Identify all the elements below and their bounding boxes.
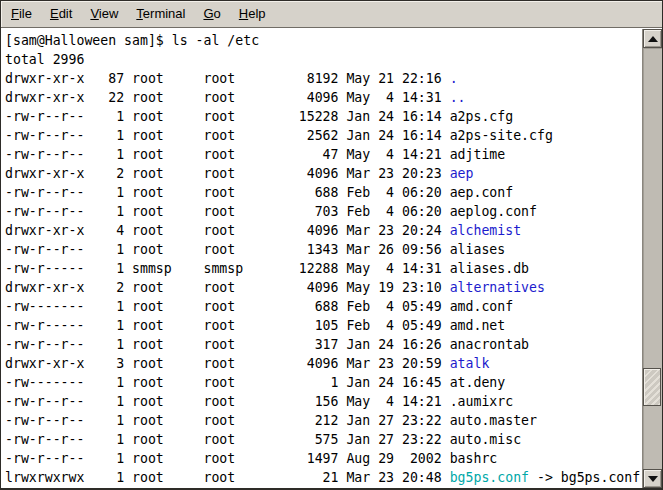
file-row: -rw-r--r-- 1 root root 317 Jan 24 16:26 … <box>5 335 642 354</box>
file-row: -rw-r--r-- 1 root root 688 Feb 4 06:20 a… <box>5 183 642 202</box>
file-meta: drwxr-xr-x 87 root root 8192 May 21 22:1… <box>5 71 450 86</box>
file-row: drwxr-xr-x 3 root root 4096 Mar 23 20:59… <box>5 354 642 373</box>
menu-terminal[interactable]: Terminal <box>127 3 194 25</box>
menu-go[interactable]: Go <box>194 3 229 25</box>
menu-go-label: Go <box>203 6 220 21</box>
file-row: lrwxrwxrwx 1 root root 21 Mar 23 20:48 b… <box>5 468 642 487</box>
file-row: drwxr-xr-x 87 root root 8192 May 21 22:1… <box>5 69 642 88</box>
file-row: drwxr-xr-x 2 root root 4096 May 19 23:10… <box>5 278 642 297</box>
file-row: -rw-r--r-- 1 root root 47 May 4 14:21 ad… <box>5 145 642 164</box>
file-name: aliases.db <box>450 261 529 276</box>
file-name: .. <box>450 90 466 105</box>
menu-view-label: View <box>90 6 118 21</box>
file-meta: -rw-r--r-- 1 root root 703 Feb 4 06:20 <box>5 204 450 219</box>
file-meta: -rw-r--r-- 1 root root 47 May 4 14:21 <box>5 147 450 162</box>
file-meta: lrwxrwxrwx 1 root root 21 Mar 23 20:48 <box>5 470 450 485</box>
file-row: drwxr-xr-x 2 root root 4096 Mar 23 20:23… <box>5 164 642 183</box>
file-row: -rw-r--r-- 1 root root 703 Feb 4 06:20 a… <box>5 202 642 221</box>
scrollbar-trough[interactable] <box>643 48 662 469</box>
file-meta: -rw-r--r-- 1 root root 15228 Jan 24 16:1… <box>5 109 450 124</box>
file-row: -rw------- 1 root root 688 Feb 4 05:49 a… <box>5 297 642 316</box>
file-name: adjtime <box>450 147 506 162</box>
terminal-window: File Edit View Terminal Go Help [sam@Hal… <box>0 0 663 490</box>
scroll-up-icon <box>648 36 658 42</box>
file-meta: -rw-r--r-- 1 root root 317 Jan 24 16:26 <box>5 337 450 352</box>
file-name: auto.master <box>450 413 537 428</box>
file-meta: -rw-r--r-- 1 root root 212 Jan 27 23:22 <box>5 413 450 428</box>
file-meta: drwxr-xr-x 2 root root 4096 May 19 23:10 <box>5 280 450 295</box>
menu-help[interactable]: Help <box>230 3 275 25</box>
menu-edit[interactable]: Edit <box>41 3 81 25</box>
file-meta: drwxr-xr-x 3 root root 4096 Mar 23 20:59 <box>5 356 450 371</box>
file-row: -rw-r----- 1 smmsp smmsp 12288 May 4 14:… <box>5 259 642 278</box>
file-name: amd.net <box>450 318 506 333</box>
file-name: bashrc <box>450 451 498 466</box>
file-name: alchemist <box>450 223 521 238</box>
file-row: -rw------- 1 root root 1 Jan 24 16:45 at… <box>5 373 642 392</box>
file-row: drwxr-xr-x 4 root root 4096 Mar 23 20:24… <box>5 221 642 240</box>
menu-view[interactable]: View <box>81 3 127 25</box>
file-name: aep <box>450 166 474 181</box>
file-meta: drwxr-xr-x 22 root root 4096 May 4 14:31 <box>5 90 450 105</box>
file-name: aep.conf <box>450 185 514 200</box>
file-row: -rw-r--r-- 1 root root 1497 Aug 29 2002 … <box>5 449 642 468</box>
file-meta: drwxr-xr-x 2 root root 4096 Mar 23 20:23 <box>5 166 450 181</box>
symlink-target: -> bg5ps.conf <box>529 470 640 485</box>
total-line: total 2996 <box>5 50 642 69</box>
terminal-output: [sam@Halloween sam]$ ls -al /etctotal 29… <box>1 29 642 487</box>
file-meta: -rw-r--r-- 1 root root 1343 Mar 26 09:56 <box>5 242 450 257</box>
prompt-line: [sam@Halloween sam]$ ls -al /etc <box>5 31 642 50</box>
file-row: -rw-r--r-- 1 root root 156 May 4 14:21 .… <box>5 392 642 411</box>
file-name: a2ps-site.cfg <box>450 128 553 143</box>
file-row: drwxr-xr-x 22 root root 4096 May 4 14:31… <box>5 88 642 107</box>
file-name: at.deny <box>450 375 506 390</box>
file-meta: -rw-r--r-- 1 root root 688 Feb 4 06:20 <box>5 185 450 200</box>
file-meta: -rw-r--r-- 1 root root 575 Jan 27 23:22 <box>5 432 450 447</box>
menu-help-label: Help <box>239 6 266 21</box>
file-row: -rw-r----- 1 root root 105 Feb 4 05:49 a… <box>5 316 642 335</box>
file-name: atalk <box>450 356 490 371</box>
menu-file[interactable]: File <box>2 3 41 25</box>
scroll-up-button[interactable] <box>643 29 662 48</box>
menu-terminal-label: Terminal <box>136 6 185 21</box>
file-row: -rw-r--r-- 1 root root 212 Jan 27 23:22 … <box>5 411 642 430</box>
file-name: a2ps.cfg <box>450 109 514 124</box>
scroll-down-button[interactable] <box>643 469 662 488</box>
file-name: aeplog.conf <box>450 204 537 219</box>
file-meta: -rw-r--r-- 1 root root 156 May 4 14:21 <box>5 394 450 409</box>
file-row: -rw-r--r-- 1 root root 575 Jan 27 23:22 … <box>5 430 642 449</box>
file-name: . <box>450 71 458 86</box>
file-name: aliases <box>450 242 506 257</box>
file-meta: -rw-r----- 1 root root 105 Feb 4 05:49 <box>5 318 450 333</box>
file-name: auto.misc <box>450 432 521 447</box>
file-row: -rw-r--r-- 1 root root 2562 Jan 24 16:14… <box>5 126 642 145</box>
vertical-scrollbar[interactable] <box>642 29 662 488</box>
file-meta: drwxr-xr-x 4 root root 4096 Mar 23 20:24 <box>5 223 450 238</box>
menu-edit-label: Edit <box>50 6 72 21</box>
menu-file-label: File <box>11 6 32 21</box>
scrollbar-thumb[interactable] <box>643 368 661 406</box>
file-name: bg5ps.conf <box>450 470 529 485</box>
file-name: amd.conf <box>450 299 514 314</box>
file-name: anacrontab <box>450 337 529 352</box>
file-meta: -rw-r--r-- 1 root root 2562 Jan 24 16:14 <box>5 128 450 143</box>
file-meta: -rw------- 1 root root 688 Feb 4 05:49 <box>5 299 450 314</box>
file-name: alternatives <box>450 280 545 295</box>
file-meta: -rw------- 1 root root 1 Jan 24 16:45 <box>5 375 450 390</box>
file-meta: -rw-r--r-- 1 root root 1497 Aug 29 2002 <box>5 451 450 466</box>
file-name: .aumixrc <box>450 394 514 409</box>
file-list: drwxr-xr-x 87 root root 8192 May 21 22:1… <box>5 69 642 487</box>
menu-bar: File Edit View Terminal Go Help <box>1 1 662 28</box>
file-row: -rw-r--r-- 1 root root 15228 Jan 24 16:1… <box>5 107 642 126</box>
scroll-down-icon <box>648 476 658 482</box>
terminal-viewport[interactable]: [sam@Halloween sam]$ ls -al /etctotal 29… <box>1 29 642 488</box>
file-row: -rw-r--r-- 1 root root 1343 Mar 26 09:56… <box>5 240 642 259</box>
file-meta: -rw-r----- 1 smmsp smmsp 12288 May 4 14:… <box>5 261 450 276</box>
